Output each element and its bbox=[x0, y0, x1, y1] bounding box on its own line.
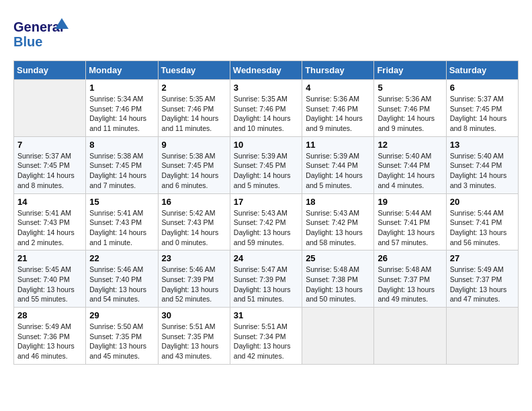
weekday-header-saturday: Saturday bbox=[446, 61, 518, 80]
day-info: Sunrise: 5:35 AMSunset: 7:46 PMDaylight:… bbox=[162, 94, 226, 134]
calendar-week-row: 1Sunrise: 5:34 AMSunset: 7:46 PMDaylight… bbox=[14, 80, 519, 137]
calendar-cell: 17Sunrise: 5:43 AMSunset: 7:42 PMDayligh… bbox=[230, 193, 302, 250]
day-info: Sunrise: 5:47 AMSunset: 7:39 PMDaylight:… bbox=[234, 265, 298, 304]
calendar-cell: 14Sunrise: 5:41 AMSunset: 7:43 PMDayligh… bbox=[14, 193, 86, 250]
calendar-cell: 29Sunrise: 5:50 AMSunset: 7:35 PMDayligh… bbox=[86, 308, 158, 365]
logo-svg: General Blue bbox=[13, 17, 74, 54]
calendar-cell: 19Sunrise: 5:44 AMSunset: 7:41 PMDayligh… bbox=[374, 193, 446, 250]
calendar-cell: 28Sunrise: 5:49 AMSunset: 7:36 PMDayligh… bbox=[14, 308, 86, 365]
day-info: Sunrise: 5:44 AMSunset: 7:41 PMDaylight:… bbox=[378, 208, 442, 248]
day-number: 16 bbox=[162, 197, 226, 207]
day-info: Sunrise: 5:39 AMSunset: 7:45 PMDaylight:… bbox=[234, 151, 298, 191]
day-info: Sunrise: 5:45 AMSunset: 7:40 PMDaylight:… bbox=[17, 265, 82, 304]
calendar-cell: 6Sunrise: 5:37 AMSunset: 7:45 PMDaylight… bbox=[446, 80, 518, 137]
calendar-cell: 22Sunrise: 5:46 AMSunset: 7:40 PMDayligh… bbox=[86, 250, 158, 308]
day-info: Sunrise: 5:41 AMSunset: 7:43 PMDaylight:… bbox=[89, 208, 154, 248]
calendar-week-row: 21Sunrise: 5:45 AMSunset: 7:40 PMDayligh… bbox=[14, 250, 519, 308]
day-info: Sunrise: 5:41 AMSunset: 7:43 PMDaylight:… bbox=[17, 208, 82, 248]
day-info: Sunrise: 5:37 AMSunset: 7:45 PMDaylight:… bbox=[450, 94, 515, 134]
day-info: Sunrise: 5:36 AMSunset: 7:46 PMDaylight:… bbox=[306, 94, 370, 134]
day-info: Sunrise: 5:46 AMSunset: 7:40 PMDaylight:… bbox=[89, 265, 154, 304]
day-info: Sunrise: 5:46 AMSunset: 7:39 PMDaylight:… bbox=[162, 265, 226, 304]
day-number: 17 bbox=[234, 197, 298, 207]
calendar-cell: 20Sunrise: 5:44 AMSunset: 7:41 PMDayligh… bbox=[446, 193, 518, 250]
day-number: 6 bbox=[450, 83, 515, 93]
day-number: 29 bbox=[89, 310, 154, 320]
day-number: 4 bbox=[306, 83, 370, 93]
day-info: Sunrise: 5:34 AMSunset: 7:46 PMDaylight:… bbox=[89, 94, 154, 134]
calendar-cell: 1Sunrise: 5:34 AMSunset: 7:46 PMDaylight… bbox=[86, 80, 158, 137]
day-number: 1 bbox=[89, 83, 154, 93]
calendar-cell: 26Sunrise: 5:48 AMSunset: 7:37 PMDayligh… bbox=[374, 250, 446, 308]
calendar-table: SundayMondayTuesdayWednesdayThursdayFrid… bbox=[13, 60, 519, 365]
day-info: Sunrise: 5:42 AMSunset: 7:43 PMDaylight:… bbox=[162, 208, 226, 248]
svg-text:Blue: Blue bbox=[13, 34, 42, 49]
calendar-cell: 31Sunrise: 5:51 AMSunset: 7:34 PMDayligh… bbox=[230, 308, 302, 365]
calendar-cell: 5Sunrise: 5:36 AMSunset: 7:46 PMDaylight… bbox=[374, 80, 446, 137]
day-number: 20 bbox=[450, 197, 515, 207]
day-number: 26 bbox=[378, 253, 442, 263]
calendar-cell: 15Sunrise: 5:41 AMSunset: 7:43 PMDayligh… bbox=[86, 193, 158, 250]
day-number: 7 bbox=[17, 140, 82, 150]
page-header: General Blue bbox=[13, 13, 519, 54]
calendar-cell: 27Sunrise: 5:49 AMSunset: 7:37 PMDayligh… bbox=[446, 250, 518, 308]
weekday-header-monday: Monday bbox=[86, 61, 158, 80]
calendar-cell: 3Sunrise: 5:35 AMSunset: 7:46 PMDaylight… bbox=[230, 80, 302, 137]
calendar-week-row: 14Sunrise: 5:41 AMSunset: 7:43 PMDayligh… bbox=[14, 193, 519, 250]
day-number: 31 bbox=[234, 310, 298, 320]
calendar-cell bbox=[302, 308, 374, 365]
calendar-week-row: 7Sunrise: 5:37 AMSunset: 7:45 PMDaylight… bbox=[14, 136, 519, 193]
day-number: 14 bbox=[17, 197, 82, 207]
day-info: Sunrise: 5:49 AMSunset: 7:37 PMDaylight:… bbox=[450, 265, 515, 304]
day-info: Sunrise: 5:38 AMSunset: 7:45 PMDaylight:… bbox=[89, 151, 154, 191]
day-info: Sunrise: 5:36 AMSunset: 7:46 PMDaylight:… bbox=[378, 94, 442, 134]
day-number: 28 bbox=[17, 310, 82, 320]
day-number: 13 bbox=[450, 140, 515, 150]
day-number: 24 bbox=[234, 253, 298, 263]
weekday-header-row: SundayMondayTuesdayWednesdayThursdayFrid… bbox=[14, 61, 519, 80]
day-info: Sunrise: 5:43 AMSunset: 7:42 PMDaylight:… bbox=[306, 208, 370, 248]
day-number: 30 bbox=[162, 310, 226, 320]
day-info: Sunrise: 5:51 AMSunset: 7:34 PMDaylight:… bbox=[234, 322, 298, 361]
day-info: Sunrise: 5:48 AMSunset: 7:37 PMDaylight:… bbox=[378, 265, 442, 304]
day-info: Sunrise: 5:48 AMSunset: 7:38 PMDaylight:… bbox=[306, 265, 370, 304]
calendar-cell bbox=[446, 308, 518, 365]
calendar-cell: 8Sunrise: 5:38 AMSunset: 7:45 PMDaylight… bbox=[86, 136, 158, 193]
day-number: 15 bbox=[89, 197, 154, 207]
calendar-cell: 13Sunrise: 5:40 AMSunset: 7:44 PMDayligh… bbox=[446, 136, 518, 193]
calendar-cell: 12Sunrise: 5:40 AMSunset: 7:44 PMDayligh… bbox=[374, 136, 446, 193]
calendar-cell: 2Sunrise: 5:35 AMSunset: 7:46 PMDaylight… bbox=[158, 80, 230, 137]
calendar-cell: 25Sunrise: 5:48 AMSunset: 7:38 PMDayligh… bbox=[302, 250, 374, 308]
day-number: 12 bbox=[378, 140, 442, 150]
calendar-week-row: 28Sunrise: 5:49 AMSunset: 7:36 PMDayligh… bbox=[14, 308, 519, 365]
calendar-cell: 11Sunrise: 5:39 AMSunset: 7:44 PMDayligh… bbox=[302, 136, 374, 193]
calendar-cell bbox=[374, 308, 446, 365]
day-info: Sunrise: 5:51 AMSunset: 7:35 PMDaylight:… bbox=[162, 322, 226, 361]
calendar-cell: 30Sunrise: 5:51 AMSunset: 7:35 PMDayligh… bbox=[158, 308, 230, 365]
day-info: Sunrise: 5:40 AMSunset: 7:44 PMDaylight:… bbox=[378, 151, 442, 191]
weekday-header-tuesday: Tuesday bbox=[158, 61, 230, 80]
calendar-cell: 16Sunrise: 5:42 AMSunset: 7:43 PMDayligh… bbox=[158, 193, 230, 250]
day-info: Sunrise: 5:40 AMSunset: 7:44 PMDaylight:… bbox=[450, 151, 515, 191]
day-number: 19 bbox=[378, 197, 442, 207]
weekday-header-wednesday: Wednesday bbox=[230, 61, 302, 80]
calendar-cell: 10Sunrise: 5:39 AMSunset: 7:45 PMDayligh… bbox=[230, 136, 302, 193]
day-number: 22 bbox=[89, 253, 154, 263]
calendar-cell bbox=[14, 80, 86, 137]
day-number: 11 bbox=[306, 140, 370, 150]
calendar-cell: 23Sunrise: 5:46 AMSunset: 7:39 PMDayligh… bbox=[158, 250, 230, 308]
day-number: 23 bbox=[162, 253, 226, 263]
day-info: Sunrise: 5:43 AMSunset: 7:42 PMDaylight:… bbox=[234, 208, 298, 248]
day-info: Sunrise: 5:49 AMSunset: 7:36 PMDaylight:… bbox=[17, 322, 82, 361]
weekday-header-thursday: Thursday bbox=[302, 61, 374, 80]
day-info: Sunrise: 5:35 AMSunset: 7:46 PMDaylight:… bbox=[234, 94, 298, 134]
day-info: Sunrise: 5:37 AMSunset: 7:45 PMDaylight:… bbox=[17, 151, 82, 191]
day-number: 10 bbox=[234, 140, 298, 150]
day-info: Sunrise: 5:44 AMSunset: 7:41 PMDaylight:… bbox=[450, 208, 515, 248]
weekday-header-sunday: Sunday bbox=[14, 61, 86, 80]
day-info: Sunrise: 5:39 AMSunset: 7:44 PMDaylight:… bbox=[306, 151, 370, 191]
calendar-cell: 7Sunrise: 5:37 AMSunset: 7:45 PMDaylight… bbox=[14, 136, 86, 193]
day-number: 5 bbox=[378, 83, 442, 93]
day-number: 3 bbox=[234, 83, 298, 93]
weekday-header-friday: Friday bbox=[374, 61, 446, 80]
